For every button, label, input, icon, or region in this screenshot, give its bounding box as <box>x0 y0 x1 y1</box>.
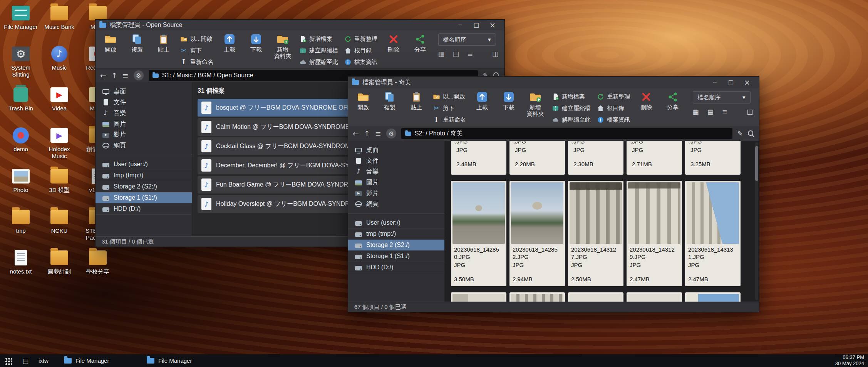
desktop-icon[interactable]: Music <box>40 43 79 84</box>
photo-card-partial[interactable]: .JPG JPG 2.71MB <box>627 141 682 175</box>
new-folder-button[interactable]: 新增 資料夾 <box>525 91 546 117</box>
paste-button[interactable]: 貼上 <box>153 33 174 53</box>
maximize-button[interactable]: □ <box>723 77 739 88</box>
sort-dropdown[interactable]: 檔名順序 ▾ <box>693 91 751 103</box>
rename-button[interactable]: I 重新命名 <box>432 114 466 125</box>
titlebar[interactable]: 檔案管理員 - 奇美 ─ □ × <box>348 77 759 88</box>
sidebar-dir-item[interactable]: 桌面 <box>96 86 192 97</box>
sidebar-dir-item[interactable]: 圖片 <box>96 118 192 129</box>
desktop-icon[interactable]: tmp <box>2 206 40 247</box>
close-button[interactable]: × <box>484 20 501 30</box>
sidebar-place-item[interactable]: Storage 2 (S2:/) <box>96 181 192 192</box>
extract-here-button[interactable]: 解壓縮至此 <box>551 114 591 125</box>
minimize-button[interactable]: ─ <box>707 77 723 88</box>
file-info-button[interactable]: 檔案資訊 <box>597 114 630 125</box>
menu-icon[interactable]: ≡ <box>122 71 129 80</box>
delete-button[interactable]: 刪除 <box>636 91 657 110</box>
cut-button[interactable]: ✂ 剪下 <box>180 45 213 56</box>
desktop-icon[interactable]: Music Bank <box>40 2 79 43</box>
sidebar-dir-item[interactable]: 網頁 <box>348 199 444 209</box>
desktop-icon[interactable]: Videa <box>40 84 79 125</box>
view-detail-icon[interactable]: ◫ <box>747 108 753 115</box>
taskbar-task-file-manager[interactable]: File Manager <box>64 357 147 364</box>
photo-card[interactable]: 20230618_143127.JPG JPG 2.50MB <box>568 181 623 286</box>
open-button[interactable]: 開啟 <box>100 33 121 53</box>
download-button[interactable]: 下載 <box>498 91 519 110</box>
view-grid-icon[interactable]: ▦ <box>438 50 444 58</box>
file-info-button[interactable]: 檔案資訊 <box>344 57 377 67</box>
sidebar-dir-item[interactable]: 文件 <box>348 155 444 166</box>
create-archive-button[interactable]: 建立壓縮檔 <box>551 103 591 113</box>
refresh-button[interactable]: 重新整理 <box>344 33 377 44</box>
upload-button[interactable]: 上載 <box>472 91 493 110</box>
paste-button[interactable]: 貼上 <box>406 91 427 110</box>
back-icon[interactable]: ← <box>353 129 359 138</box>
photo-card[interactable]: 20230618_142852.JPG JPG 2.94MB <box>509 181 565 286</box>
photo-card[interactable]: 20230618_143129.JPG JPG 2.47MB <box>627 181 682 286</box>
sidebar-dir-item[interactable]: 圖片 <box>348 177 444 188</box>
sort-dropdown[interactable]: 檔名順序 ▾ <box>438 33 496 46</box>
scrollbar[interactable] <box>755 142 758 300</box>
back-icon[interactable]: ← <box>100 71 106 80</box>
desktop-icon[interactable]: notes.txt <box>2 247 40 288</box>
view-compact-icon[interactable]: ≡ <box>722 108 727 115</box>
view-list-icon[interactable]: ▤ <box>707 108 714 115</box>
photo-card-partial[interactable] <box>451 292 506 302</box>
menu-icon[interactable]: ≡ <box>375 129 381 138</box>
search-icon[interactable] <box>748 130 754 137</box>
photo-card-partial[interactable]: .JPG JPG 2.20MB <box>509 141 565 175</box>
maximize-button[interactable]: □ <box>468 20 484 30</box>
new-file-button[interactable]: 新增檔案 <box>551 91 591 102</box>
minimize-button[interactable]: ─ <box>452 20 468 30</box>
desktop-icon[interactable]: Trash Bin <box>2 84 40 125</box>
share-button[interactable]: 分享 <box>410 33 431 53</box>
copy-button[interactable]: 複製 <box>379 91 400 110</box>
open-with-button[interactable]: 以...開啟 <box>432 91 466 102</box>
sidebar-place-item[interactable]: Storage 1 (S1:/) <box>348 251 444 262</box>
sidebar-place-item[interactable]: tmp (tmp:/) <box>96 170 192 181</box>
download-button[interactable]: 下載 <box>246 33 266 53</box>
sidebar-place-item[interactable]: User (user:/) <box>96 159 192 170</box>
photo-card-partial[interactable]: .JPG JPG 2.30MB <box>568 141 623 175</box>
sidebar-dir-item[interactable]: 影片 <box>348 188 444 199</box>
desktop-icon[interactable]: demo <box>2 125 40 165</box>
view-detail-icon[interactable]: ◫ <box>492 50 498 58</box>
open-with-button[interactable]: 以...開啟 <box>180 33 213 44</box>
photo-card-partial[interactable] <box>568 292 623 302</box>
up-icon[interactable]: ↑ <box>111 71 117 80</box>
desktop-icon[interactable]: Photo <box>2 165 40 206</box>
sidebar-place-item[interactable]: tmp (tmp:/) <box>348 229 444 240</box>
sidebar-dir-item[interactable]: 音樂 <box>96 108 192 118</box>
settings-gear-icon[interactable]: ⚙ <box>386 128 396 138</box>
root-button[interactable]: 根目錄 <box>597 103 630 113</box>
photo-card[interactable]: 20230618_142850.JPG JPG 3.50MB <box>451 181 506 286</box>
taskbar-task-file-manager[interactable]: File Manager <box>147 357 230 364</box>
view-grid-icon[interactable]: ▦ <box>693 108 699 115</box>
view-compact-icon[interactable]: ≡ <box>468 50 473 58</box>
new-file-button[interactable]: 新增檔案 <box>299 33 338 44</box>
task-list-icon[interactable]: ▤ <box>22 357 28 365</box>
sidebar-place-item[interactable]: HDD (D:/) <box>348 262 444 273</box>
photo-card-partial[interactable] <box>685 292 741 302</box>
extract-here-button[interactable]: 解壓縮至此 <box>299 57 338 67</box>
view-list-icon[interactable]: ▤ <box>453 50 459 58</box>
cut-button[interactable]: ✂ 剪下 <box>432 103 466 113</box>
sidebar-place-item[interactable]: Storage 1 (S1:/) <box>96 192 192 204</box>
refresh-button[interactable]: 重新整理 <box>597 91 630 102</box>
sidebar-dir-item[interactable]: 影片 <box>96 129 192 140</box>
sidebar-place-item[interactable]: HDD (D:/) <box>96 204 192 215</box>
close-button[interactable]: × <box>739 77 755 88</box>
user-label[interactable]: ixtw <box>39 357 49 364</box>
sidebar-dir-item[interactable]: 文件 <box>96 97 192 108</box>
desktop-icon[interactable]: 3D 模型 <box>40 165 79 206</box>
photo-card-partial[interactable] <box>509 292 565 302</box>
sidebar-place-item[interactable]: Storage 2 (S2:/) <box>348 240 444 251</box>
edit-path-icon[interactable]: ✎ <box>737 130 743 137</box>
open-button[interactable]: 開啟 <box>353 91 374 110</box>
sidebar-dir-item[interactable]: 桌面 <box>348 145 444 155</box>
sidebar-dir-item[interactable]: 音樂 <box>348 166 444 177</box>
copy-button[interactable]: 複製 <box>127 33 147 53</box>
delete-button[interactable]: 刪除 <box>383 33 404 53</box>
root-button[interactable]: 根目錄 <box>344 45 377 56</box>
app-launcher-icon[interactable] <box>5 357 12 365</box>
